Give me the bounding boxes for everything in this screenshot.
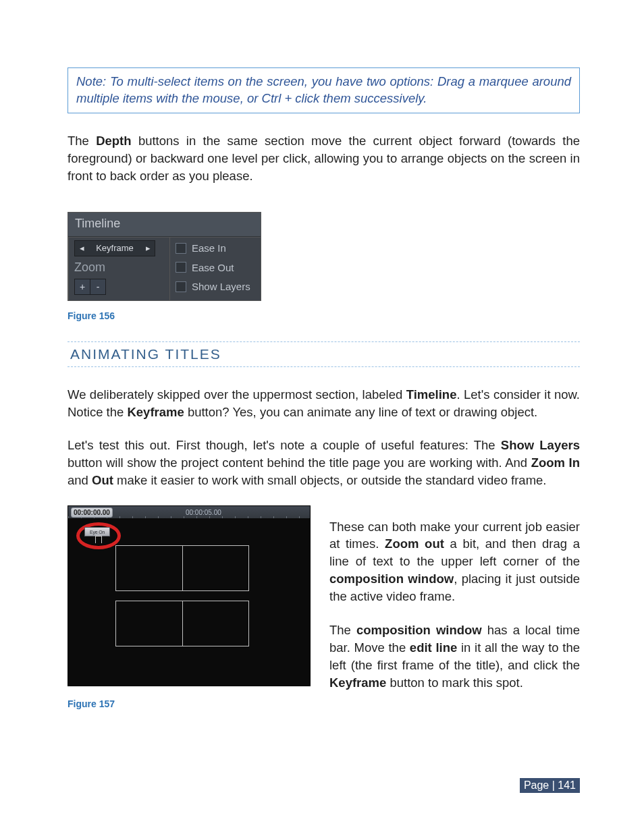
keyframe-button[interactable]: Keyframe [88,240,141,256]
timeline-panel: Timeline ◂ Keyframe ▸ [68,212,261,301]
text: button will show the project content beh… [68,456,531,470]
ease-in-checkbox[interactable] [176,243,186,254]
bold-depth: Depth [96,134,131,148]
section-heading-wrap: ANIMATING TITLES [68,341,580,367]
bold-composition-window: composition window [329,572,454,586]
bold-keyframe: Keyframe [127,405,184,419]
zoom-out-button[interactable]: - [90,279,106,295]
paragraph-timeline: We deliberately skipped over the uppermo… [68,386,580,421]
chevron-left-icon: ◂ [80,243,84,253]
text: button? Yes, you can animate any line of… [184,405,537,419]
text: We deliberately skipped over the uppermo… [68,387,406,402]
ease-in-label: Ease In [192,242,226,254]
bold-show-layers: Show Layers [501,438,580,452]
video-frame-lower [115,601,249,646]
time-ruler[interactable]: 00:00:00.00 00:00:05.00 [68,506,310,518]
timeline-clip-thumb[interactable]: Eye On [84,527,110,536]
keyframe-row: ◂ Keyframe ▸ [69,238,170,258]
note-text: Note: To multi-select items on the scree… [76,74,571,105]
timecode-mid: 00:00:05.00 [186,509,221,516]
bold-keyframe-2: Keyframe [329,675,386,690]
show-layers-checkbox[interactable] [176,281,186,292]
ease-out-checkbox[interactable] [176,262,186,273]
plus-icon: + [80,281,85,292]
keyframe-button-label: Keyframe [96,243,134,253]
paragraph-showlayers: Let's test this out. First though, let's… [68,437,580,489]
edit-line-handle[interactable] [95,536,102,543]
zoom-in-button[interactable]: + [74,279,90,295]
document-page: Note: To multi-select items on the scree… [0,0,644,828]
clip-thumb-label: Eye On [90,530,105,534]
panel-title: Timeline [68,213,261,237]
show-layers-label: Show Layers [192,281,250,292]
bold-zoom-out: Zoom out [385,536,444,551]
next-keyframe-button[interactable]: ▸ [141,240,155,256]
bold-out: Out [92,473,113,487]
paragraph-depth: The Depth buttons in the same section mo… [68,132,580,185]
chevron-right-icon: ▸ [146,243,151,253]
frame-divider [182,546,183,590]
paragraph-zoomout: These can both make your current job eas… [329,518,580,605]
note-callout: Note: To multi-select items on the scree… [68,67,580,113]
section-heading: ANIMATING TITLES [70,346,221,362]
text: and [68,473,92,487]
ease-in-row[interactable]: Ease In [170,238,261,258]
prev-keyframe-button[interactable]: ◂ [74,240,88,256]
bold-zoom-in: Zoom In [531,456,580,470]
zoom-label-cell: Zoom [69,258,170,276]
bold-composition-window-2: composition window [356,623,482,637]
minus-icon: - [97,281,100,292]
figure-156-caption: Figure 156 [68,310,580,321]
paragraph-editline: The composition window has a local time … [329,622,580,692]
video-frame-upper [115,545,249,591]
text: The [68,134,96,148]
page-number-badge: Page | 141 [520,778,580,793]
ease-out-row[interactable]: Ease Out [170,258,261,276]
figure-157-caption: Figure 157 [68,698,311,709]
text: make it easier to work with small object… [113,473,547,487]
ease-out-label: Ease Out [192,262,234,273]
bold-timeline: Timeline [406,387,457,402]
bold-edit-line: edit line [410,640,457,655]
text: buttons in the same section move the cur… [68,134,580,183]
show-layers-row[interactable]: Show Layers [170,276,261,300]
text: Let's test this out. First though, let's… [68,438,501,452]
text: The [329,623,356,637]
composition-window-figure: 00:00:00.00 00:00:05.00 Eye On [68,505,311,686]
zoom-label: Zoom [74,260,105,275]
frame-divider [182,601,183,646]
ruler-ticks [68,516,310,518]
zoom-buttons-cell: + - [69,276,170,300]
text: button to mark this spot. [386,675,523,690]
